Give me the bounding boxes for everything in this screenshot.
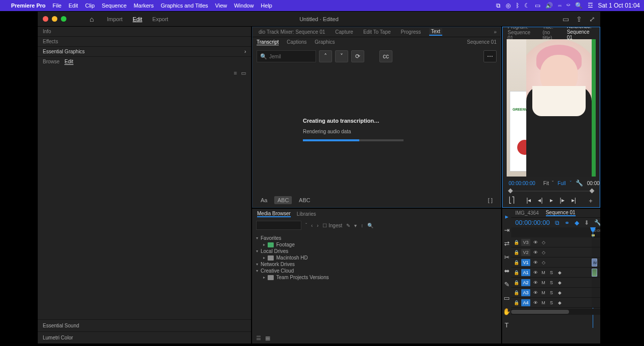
lock-icon[interactable]: 🔒 xyxy=(513,280,519,285)
track-header-A1[interactable]: 🔒A1👁MS◆ xyxy=(511,268,592,278)
sort-icon[interactable]: ↕ xyxy=(361,223,363,228)
thumb-view-icon[interactable]: ▦ xyxy=(265,335,270,341)
track-select-tool[interactable]: ⇥ xyxy=(502,225,511,234)
timeline-tab-sequence[interactable]: Sequence 01 xyxy=(546,210,576,216)
track-header-V2[interactable]: 🔒V2👁◇ xyxy=(511,247,592,257)
keyframe-icon[interactable]: ◇ xyxy=(540,250,546,255)
fullscreen-icon[interactable]: ⤢ xyxy=(589,15,595,23)
mark-in-button[interactable]: ⎣⎤ xyxy=(509,197,515,205)
chevron-down-icon[interactable]: ˇ xyxy=(570,181,571,186)
track-header-V3[interactable]: 🔒V3👁◇ xyxy=(511,237,592,247)
audio-lane[interactable] xyxy=(592,288,600,298)
panel-lumetri-color[interactable]: Lumetri Color xyxy=(38,331,251,343)
toggle-output-icon[interactable]: 👁 xyxy=(532,280,538,285)
volume-icon[interactable]: 🔊 xyxy=(545,2,553,9)
tree-footage[interactable]: ▸Footage xyxy=(256,241,497,248)
snap-toggle[interactable]: ⧉ xyxy=(555,219,559,226)
video-clip[interactable]: IMG_4364 xyxy=(592,258,597,267)
subtab-transcript[interactable]: Transcript xyxy=(257,39,279,45)
fwd-button[interactable]: › xyxy=(317,223,318,228)
toggle-output-icon[interactable]: 👁 xyxy=(532,300,538,305)
tab-media-browser[interactable]: Media Browser xyxy=(257,211,291,217)
video-lane[interactable] xyxy=(592,247,600,257)
mute-button[interactable]: M xyxy=(540,280,546,285)
tree-creative-cloud[interactable]: ▾Creative Cloud xyxy=(256,268,497,274)
menu-view[interactable]: View xyxy=(215,3,227,9)
insert-icon[interactable]: ⬇ xyxy=(584,219,589,226)
audio-lane[interactable] xyxy=(592,298,600,308)
track-target[interactable]: V2 xyxy=(521,249,530,256)
pin-icon[interactable]: ▭ xyxy=(241,70,246,76)
linked-selection-toggle[interactable]: ⚭ xyxy=(565,219,570,226)
lock-icon[interactable]: 🔒 xyxy=(513,240,519,245)
selection-tool[interactable]: ▸ xyxy=(502,212,511,221)
audio-lane[interactable] xyxy=(592,278,600,288)
track-target[interactable]: V1 xyxy=(521,259,530,266)
mb-path-dropdown[interactable] xyxy=(256,221,301,230)
tree-team-projects[interactable]: ▸Team Projects Versions xyxy=(256,274,497,281)
back-button[interactable]: ‹ xyxy=(311,223,312,228)
track-target[interactable]: A4 xyxy=(521,299,530,306)
solo-button[interactable]: S xyxy=(548,300,554,305)
mute-button[interactable]: M xyxy=(540,290,546,295)
timeline-tab-clip[interactable]: IMG_4364 xyxy=(515,210,539,216)
list-view-icon[interactable]: ☰ xyxy=(256,335,261,341)
menu-file[interactable]: File xyxy=(52,3,61,9)
quality-dropdown[interactable]: Full xyxy=(557,181,566,186)
cc-icon[interactable]: ◎ xyxy=(506,2,511,9)
home-button[interactable]: ⌂ xyxy=(90,15,94,23)
tab-edit-to-tape[interactable]: Edit To Tape xyxy=(361,29,393,35)
menu-window[interactable]: Window xyxy=(234,3,254,9)
tab-capture[interactable]: Capture xyxy=(333,29,355,35)
control-center-icon[interactable]: ☲ xyxy=(588,2,593,9)
quick-export-icon[interactable]: ▭ xyxy=(562,15,569,23)
text-style-abc[interactable]: ABC xyxy=(296,196,313,204)
panel-essential-graphics[interactable]: Essential Graphics xyxy=(43,49,85,54)
add-button[interactable]: ＋ xyxy=(588,197,594,205)
audio-clip[interactable] xyxy=(592,269,597,277)
video-lane[interactable]: IMG_4364 xyxy=(592,257,600,268)
toggle-output-icon[interactable]: 👁 xyxy=(532,270,538,275)
wifi-icon[interactable]: ⌔ xyxy=(567,2,570,9)
next-match-button[interactable]: ˅ xyxy=(335,50,348,62)
lock-icon[interactable]: 🔒 xyxy=(513,300,519,305)
keyframe-icon[interactable]: ◆ xyxy=(556,300,562,305)
panel-effects[interactable]: Effects xyxy=(38,37,251,47)
tree-favorites[interactable]: ▾Favorites xyxy=(256,235,497,241)
chevron-right-icon[interactable]: › xyxy=(245,49,246,54)
minimize-window-button[interactable] xyxy=(52,16,57,22)
toggle-output-icon[interactable]: 👁 xyxy=(532,260,538,265)
solo-button[interactable]: S xyxy=(548,270,554,275)
program-scrubber[interactable] xyxy=(509,189,594,194)
keyframe-icon[interactable]: ◆ xyxy=(556,290,562,295)
prev-match-button[interactable]: ˄ xyxy=(319,50,332,62)
program-viewer[interactable]: GREENW ONE START UP GREENWICH Join a thr… xyxy=(507,39,596,177)
solo-button[interactable]: S xyxy=(548,280,554,285)
cc-button[interactable]: cc xyxy=(379,50,392,62)
menu-clip[interactable]: Clip xyxy=(85,3,95,9)
track-header-A2[interactable]: 🔒A2👁MS◆ xyxy=(511,278,592,288)
ingest-checkbox[interactable]: ☐ xyxy=(323,223,327,228)
display-icon[interactable]: ▭ xyxy=(535,2,540,9)
keyframe-icon[interactable]: ◆ xyxy=(556,280,562,285)
transcript-search-input[interactable] xyxy=(269,54,312,59)
text-style-caps[interactable]: ABC xyxy=(274,196,292,204)
filter-icon[interactable]: ▾ xyxy=(354,223,357,228)
go-to-out-button[interactable]: ▸| xyxy=(572,197,576,205)
bracket-tool[interactable]: [ ] xyxy=(485,196,496,204)
battery-icon[interactable]: ⎓ xyxy=(558,2,561,9)
solo-button[interactable]: S xyxy=(548,290,554,295)
tree-network-drives[interactable]: ▾Network Drives xyxy=(256,261,497,268)
tab-progress[interactable]: Progress xyxy=(399,29,423,35)
panel-essential-sound[interactable]: Essential Sound xyxy=(38,319,251,331)
menu-edit[interactable]: Edit xyxy=(68,3,78,9)
more-options-button[interactable]: ⋯ xyxy=(484,50,497,62)
chevron-down-icon[interactable]: ˇ xyxy=(305,223,307,228)
lock-icon[interactable]: 🔒 xyxy=(513,290,519,295)
mode-export[interactable]: Export xyxy=(152,16,169,22)
tab-overflow-icon[interactable]: » xyxy=(494,29,497,35)
menu-help[interactable]: Help xyxy=(261,3,272,9)
text-style-small[interactable]: Aa xyxy=(258,196,270,204)
slip-tool[interactable]: ⬌ xyxy=(502,266,511,275)
screen-record-icon[interactable]: ⧉ xyxy=(496,2,501,9)
